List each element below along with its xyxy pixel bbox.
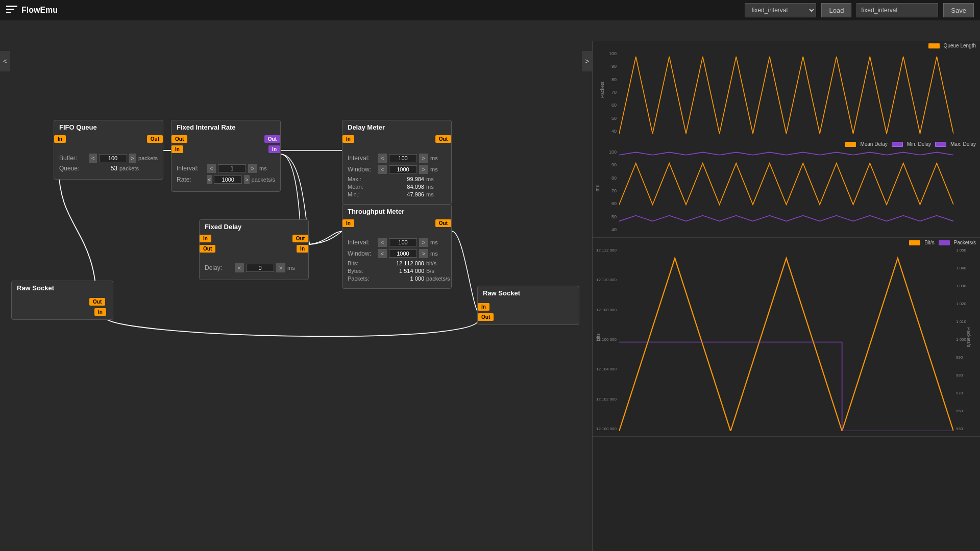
throughput-y-label-left: Bits xyxy=(596,333,601,341)
dm-max-value: 99.984 xyxy=(383,176,424,182)
delay-row: Delay: < > ms xyxy=(205,263,303,272)
raw-socket-left-port-in: In xyxy=(94,308,106,316)
right-panel-toggle[interactable]: > xyxy=(582,51,592,71)
delay-input[interactable] xyxy=(246,264,274,272)
queue-row: Queue: 53 packets xyxy=(59,165,158,172)
tp-window-input[interactable] xyxy=(389,249,417,258)
rate-label: Rate: xyxy=(177,176,205,183)
interval-row: Interval: < > ms xyxy=(177,164,275,173)
tp-window-dec[interactable]: < xyxy=(378,249,387,258)
dm-interval-input[interactable] xyxy=(389,154,417,162)
dm-min-unit: ms xyxy=(426,191,454,197)
tp-bytes-value: 1 514 000 xyxy=(383,268,424,274)
fixed-delay-port-out2: Out xyxy=(200,245,215,253)
dm-window-input[interactable] xyxy=(389,165,417,173)
bits-color xyxy=(909,240,920,245)
dm-interval-inc[interactable]: > xyxy=(419,154,428,163)
buffer-input[interactable] xyxy=(99,154,127,162)
logo: FlowEmu xyxy=(6,6,58,15)
fifo-port-in: In xyxy=(54,135,66,143)
queue-legend-color xyxy=(928,43,940,48)
node-fixed-interval-rate: Fixed Interval Rate Out In Out In Interv… xyxy=(171,120,281,192)
dm-mean-value: 84.098 xyxy=(383,184,424,190)
dm-mean-label: Mean: xyxy=(348,184,383,190)
rate-inc[interactable]: > xyxy=(244,175,249,184)
tp-interval-input[interactable] xyxy=(389,238,417,246)
buffer-dec[interactable]: < xyxy=(89,154,97,163)
raw-socket-left-title: Raw Socket xyxy=(12,281,113,294)
fixed-interval-body: Interval: < > ms Rate: < > packets/s xyxy=(172,159,280,191)
tp-window-inc[interactable]: > xyxy=(419,249,428,258)
node-raw-socket-left: Raw Socket Out In xyxy=(11,281,113,320)
dm-min-value: 47.986 xyxy=(383,191,424,197)
tp-bytes-row: Bytes: 1 514 000 B/s xyxy=(348,268,446,274)
throughput-legend: Bit/s Packets/s xyxy=(909,240,976,245)
profile-dropdown[interactable]: fixed_interval xyxy=(745,3,816,17)
save-button[interactable]: Save xyxy=(943,3,974,17)
dm-window-dec[interactable]: < xyxy=(378,165,387,174)
interval-input[interactable] xyxy=(218,164,246,172)
rate-input[interactable] xyxy=(214,176,242,184)
dm-interval-row: Interval: < > ms xyxy=(348,154,446,163)
delay-meter-port-in: In xyxy=(342,135,354,143)
dm-interval-unit: ms xyxy=(430,155,438,161)
queue-value: 53 xyxy=(89,165,117,172)
right-panel: Queue Length 100 90 80 70 60 50 40 Packe… xyxy=(592,41,980,551)
tp-interval-label: Interval: xyxy=(348,239,376,246)
raw-socket-left-port-out: Out xyxy=(89,298,105,306)
throughput-chart: Bit/s Packets/s 12 112 000 12 110 000 12… xyxy=(593,238,980,437)
filename-input[interactable] xyxy=(856,3,938,17)
tp-interval-row: Interval: < > ms xyxy=(348,238,446,247)
tp-packets-value: 1 000 xyxy=(383,276,424,282)
delay-dec[interactable]: < xyxy=(235,263,244,272)
load-button[interactable]: Load xyxy=(821,3,851,17)
mean-delay-color xyxy=(845,142,856,147)
delay-label: Delay: xyxy=(205,264,233,271)
node-throughput-meter: Throughput Meter In Out Interval: < > ms… xyxy=(342,204,452,289)
fixed-interval-port-out-purple: Out xyxy=(264,135,280,143)
delay-inc[interactable]: > xyxy=(276,263,285,272)
logo-text: FlowEmu xyxy=(21,6,58,15)
interval-unit: ms xyxy=(259,165,267,171)
tp-bytes-label: Bytes: xyxy=(348,268,383,274)
queue-length-chart: Queue Length 100 90 80 70 60 50 40 Packe… xyxy=(593,41,980,139)
raw-socket-right-port-in: In xyxy=(478,303,489,311)
dm-window-row: Window: < > ms xyxy=(348,165,446,174)
fixed-interval-port-in-purple: In xyxy=(268,145,280,153)
dm-min-row: Min.: 47.986 ms xyxy=(348,191,446,197)
throughput-port-out: Out xyxy=(435,219,451,227)
fixed-interval-port-in-orange: Out xyxy=(172,135,187,143)
buffer-inc[interactable]: > xyxy=(129,154,137,163)
tp-packets-label: Packets: xyxy=(348,276,383,282)
dm-mean-unit: ms xyxy=(426,184,454,190)
tp-interval-dec[interactable]: < xyxy=(378,238,387,247)
delay-meter-title: Delay Meter xyxy=(342,120,451,133)
left-panel-toggle[interactable]: < xyxy=(0,51,10,71)
mean-delay-label: Mean Delay xyxy=(860,141,887,147)
fixed-delay-port-in2: In xyxy=(297,245,308,253)
queue-chart-area xyxy=(619,51,953,134)
dm-interval-dec[interactable]: < xyxy=(378,154,387,163)
bits-label: Bit/s xyxy=(924,240,934,245)
tp-bits-value: 12 112 000 xyxy=(383,260,424,266)
min-delay-label: Min. Delay xyxy=(907,141,931,147)
tp-window-unit: ms xyxy=(430,251,438,257)
buffer-unit: packets xyxy=(138,155,158,161)
dm-window-inc[interactable]: > xyxy=(419,165,428,174)
dm-interval-label: Interval: xyxy=(348,155,376,162)
fixed-delay-port-out: Out xyxy=(292,235,308,242)
tp-window-label: Window: xyxy=(348,250,376,257)
queue-y-label: Packets xyxy=(600,82,605,98)
rate-dec[interactable]: < xyxy=(207,175,212,184)
dm-max-label: Max.: xyxy=(348,176,383,182)
tp-interval-inc[interactable]: > xyxy=(419,238,428,247)
fifo-port-out: Out xyxy=(147,135,163,143)
tp-interval-unit: ms xyxy=(430,239,438,245)
tp-bits-label: Bits: xyxy=(348,260,383,266)
interval-dec[interactable]: < xyxy=(207,164,216,173)
interval-inc[interactable]: > xyxy=(248,164,257,173)
queue-legend-label: Queue Length xyxy=(944,43,976,48)
raw-socket-right-port-out: Out xyxy=(478,313,494,321)
tp-bits-row: Bits: 12 112 000 bit/s xyxy=(348,260,446,266)
rate-row: Rate: < > packets/s xyxy=(177,175,275,184)
